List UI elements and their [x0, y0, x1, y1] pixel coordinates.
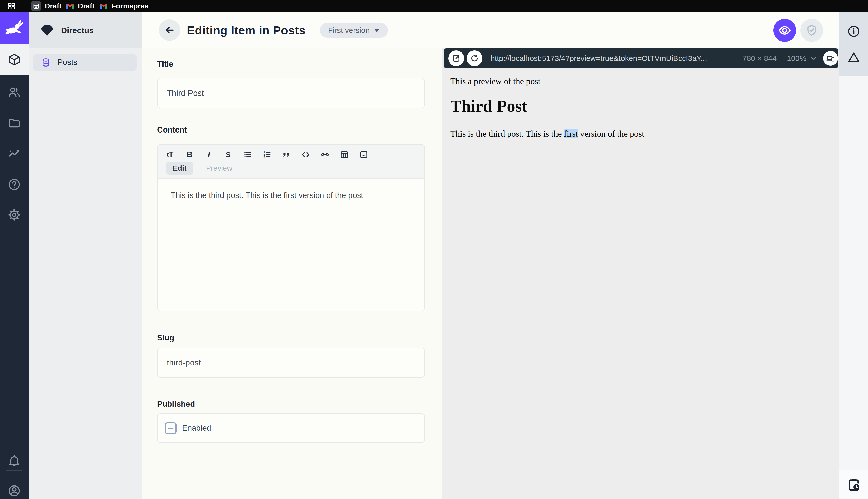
slug-input-value: third-post: [167, 358, 201, 367]
directus-rabbit-logo[interactable]: [0, 12, 28, 44]
slug-input[interactable]: third-post: [157, 348, 425, 378]
module-bar: [0, 12, 28, 499]
italic-icon[interactable]: I: [204, 150, 213, 159]
paragraph-after: version of the post: [578, 129, 644, 138]
preview-intro-text: This a preview of the post: [450, 76, 540, 86]
shield-check-icon: [805, 24, 818, 37]
module-content[interactable]: [0, 44, 28, 75]
tab-edit[interactable]: Edit: [166, 162, 193, 174]
browser-tab-draft-gmail[interactable]: Draft: [66, 1, 95, 11]
module-help[interactable]: [0, 169, 28, 200]
module-insights[interactable]: [0, 139, 28, 169]
eye-icon: [778, 24, 791, 37]
preview-dimensions: 780 × 844: [742, 54, 777, 63]
chevron-down-icon: [374, 29, 380, 32]
database-icon: [41, 57, 51, 68]
tab-label: Draft: [78, 2, 95, 10]
gmail-icon: [66, 2, 74, 10]
heading-icon[interactable]: tT: [165, 150, 175, 159]
preview-paragraph: This is the third post. This is the firs…: [450, 129, 644, 139]
module-users[interactable]: [0, 77, 28, 108]
editor-toolbar: tT B I S 1 2 3: [158, 145, 424, 179]
bullet-list-icon[interactable]: [243, 150, 252, 159]
notifications-bell-icon[interactable]: [0, 446, 28, 476]
chevron-down-icon: [810, 55, 817, 62]
browser-tab-formspree[interactable]: Formspree: [99, 1, 149, 11]
sidebar-item-posts[interactable]: Posts: [33, 54, 137, 71]
tab-label: Formspree: [112, 2, 149, 10]
markdown-editor: tT B I S 1 2 3: [157, 144, 425, 311]
sidebar-item-label: Posts: [58, 58, 77, 67]
preview-heading: Third Post: [450, 96, 527, 116]
blockquote-icon[interactable]: [282, 150, 291, 159]
slug-field-label: Slug: [157, 333, 174, 342]
published-checkbox[interactable]: [165, 422, 176, 434]
bold-icon[interactable]: B: [185, 150, 194, 159]
published-field-label: Published: [157, 400, 195, 409]
title-input-value: Third Post: [167, 88, 204, 98]
sidebar-detail-toggles: [840, 12, 868, 76]
image-icon[interactable]: [359, 150, 368, 159]
tab-preview[interactable]: Preview: [199, 162, 239, 174]
paragraph-highlight: first: [564, 129, 578, 138]
content-textarea[interactable]: This is the third post. This is the firs…: [158, 179, 424, 200]
link-icon[interactable]: [320, 150, 330, 159]
preview-zoom-select[interactable]: 100%: [787, 54, 817, 63]
version-selector[interactable]: First version: [320, 23, 388, 38]
tab-overview-grid-icon[interactable]: [8, 2, 15, 10]
directus-shield-logo: [40, 23, 54, 38]
published-checkbox-label: Enabled: [182, 424, 211, 433]
tab-label: Draft: [45, 2, 61, 10]
table-icon[interactable]: [340, 150, 349, 159]
user-avatar-icon[interactable]: [0, 476, 28, 499]
paragraph-before: This is the third post. This is the: [450, 129, 564, 138]
version-label: First version: [328, 26, 369, 35]
content-field-label: Content: [157, 125, 187, 135]
preview-url[interactable]: http://localhost:5173/4?preview=true&tok…: [491, 54, 742, 63]
rail-divider: [6, 471, 22, 471]
sidebar: Directus Posts: [28, 12, 142, 499]
svg-text:3: 3: [264, 156, 265, 159]
preview-toolbar: http://localhost:5173/4?preview=true&tok…: [444, 48, 838, 68]
responsive-mode-button[interactable]: [823, 51, 838, 66]
content-text: This is the third post. This is the firs…: [171, 191, 363, 200]
module-files[interactable]: [0, 108, 28, 138]
browser-tab-bar: 31 Draft Draft: [0, 0, 868, 12]
page-title: Editing Item in Posts: [187, 12, 305, 48]
numbered-list-icon[interactable]: 1 2 3: [262, 150, 272, 159]
strikethrough-icon[interactable]: S: [224, 150, 233, 159]
changes-delta-icon[interactable]: [847, 50, 860, 64]
title-field-label: Title: [157, 60, 173, 69]
open-in-new-button[interactable]: [448, 50, 464, 66]
calendar-icon: 31: [31, 1, 41, 11]
preview-toggle-button[interactable]: [773, 19, 796, 42]
module-settings[interactable]: [0, 199, 28, 230]
page-header: Editing Item in Posts First version: [142, 12, 840, 48]
revisions-drawer-toggle[interactable]: [840, 470, 868, 499]
refresh-button[interactable]: [467, 50, 482, 66]
info-icon[interactable]: [847, 24, 860, 38]
project-header[interactable]: Directus: [28, 12, 142, 48]
zoom-value: 100%: [787, 54, 806, 63]
clipboard-clock-icon: [846, 477, 861, 492]
published-field: Enabled: [157, 413, 425, 443]
item-edit-form: Title Third Post Content tT B I S: [142, 48, 442, 499]
right-sidebar: [840, 12, 868, 499]
indeterminate-minus-icon: [168, 428, 174, 429]
svg-text:31: 31: [35, 6, 37, 8]
save-button[interactable]: [800, 19, 823, 42]
back-button[interactable]: [159, 20, 180, 41]
project-name: Directus: [61, 26, 94, 35]
title-input[interactable]: Third Post: [157, 78, 425, 108]
browser-tab-draft-calendar[interactable]: 31 Draft: [31, 1, 61, 11]
live-preview-panel: http://localhost:5173/4?preview=true&tok…: [442, 48, 840, 499]
code-icon[interactable]: [301, 150, 310, 159]
gmail-icon: [99, 2, 108, 10]
